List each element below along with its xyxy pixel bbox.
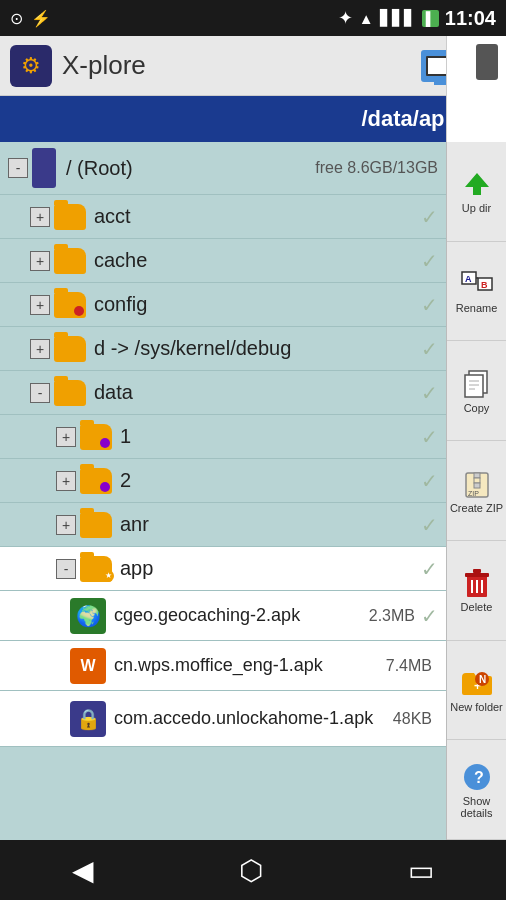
file-name: anr: [120, 513, 421, 536]
expand-btn[interactable]: +: [56, 471, 76, 491]
expand-btn[interactable]: +: [30, 295, 50, 315]
file-name: d -> /sys/kernel/debug: [94, 337, 421, 360]
root-folder-item[interactable]: - / (Root) free 8.6GB/13GB: [0, 142, 446, 195]
file-size: 2.3MB: [369, 607, 415, 625]
bottom-nav: ◀ ⬡ ▭: [0, 840, 506, 900]
dot-purple: [100, 482, 110, 492]
list-item[interactable]: - data ✓: [0, 371, 446, 415]
app-icon: ⚙: [10, 45, 52, 87]
svg-rect-12: [474, 473, 480, 478]
folder-icon: ★: [80, 556, 112, 582]
copy-icon: [459, 368, 495, 400]
list-item[interactable]: + acct ✓: [0, 195, 446, 239]
checkmark-icon: ✓: [421, 469, 438, 493]
rename-icon: A B: [459, 268, 495, 300]
title-bar: ⚙ X-plore ⋮: [0, 36, 506, 96]
svg-marker-0: [465, 173, 489, 195]
create-zip-icon: ZIP: [459, 468, 495, 500]
apk-icon-wps: W: [70, 648, 106, 684]
folder-icon: [54, 336, 86, 362]
svg-rect-18: [473, 569, 481, 573]
time-display: 11:04: [445, 7, 496, 30]
checkmark-icon: ✓: [421, 557, 438, 581]
file-name: 1: [120, 425, 421, 448]
file-name: acct: [94, 205, 421, 228]
path-bar: /data/app: [0, 96, 506, 142]
bluetooth-icon: ✦: [338, 7, 353, 29]
checkmark-icon: ✓: [421, 513, 438, 537]
apk-icon-lock: 🔒: [70, 701, 106, 737]
checkmark-icon: ✓: [421, 425, 438, 449]
show-details-button[interactable]: ? Show details: [447, 740, 506, 840]
checkmark-icon: ✓: [421, 249, 438, 273]
recent-apps-button[interactable]: ▭: [408, 854, 434, 887]
root-expand-btn[interactable]: -: [8, 158, 28, 178]
list-item[interactable]: W cn.wps.moffice_eng-1.apk 7.4MB: [0, 641, 446, 691]
delete-label: Delete: [461, 601, 493, 613]
up-dir-button[interactable]: Up dir: [447, 142, 506, 242]
svg-rect-17: [465, 573, 489, 577]
checkmark-icon: ✓: [421, 604, 438, 628]
android-icon: ⊙: [10, 9, 23, 28]
expand-btn[interactable]: +: [56, 515, 76, 535]
star-dot: ★: [102, 570, 114, 582]
file-name: app: [120, 557, 421, 580]
checkmark-icon: ✓: [421, 205, 438, 229]
new-folder-button[interactable]: + N New folder: [447, 641, 506, 741]
file-column: - / (Root) free 8.6GB/13GB + acct ✓ + ca…: [0, 142, 446, 840]
back-button[interactable]: ◀: [72, 854, 94, 887]
create-zip-button[interactable]: ZIP Create ZIP: [447, 441, 506, 541]
status-bar: ⊙ ⚡ ✦ ▲ ▋▋▋ ▌ 11:04: [0, 0, 506, 36]
gear-icon: ⚙: [21, 53, 41, 79]
copy-label: Copy: [464, 402, 490, 414]
app-folder-item[interactable]: - ★ app ✓: [0, 547, 446, 591]
expand-btn[interactable]: +: [30, 339, 50, 359]
delete-button[interactable]: Delete: [447, 541, 506, 641]
status-right-icons: ✦ ▲ ▋▋▋ ▌ 11:04: [338, 7, 496, 30]
expand-btn[interactable]: +: [30, 251, 50, 271]
checkmark-icon: ✓: [421, 381, 438, 405]
list-item[interactable]: + d -> /sys/kernel/debug ✓: [0, 327, 446, 371]
new-folder-icon: + N: [459, 667, 495, 699]
list-item[interactable]: + config ✓: [0, 283, 446, 327]
expand-btn[interactable]: -: [30, 383, 50, 403]
main-area: - / (Root) free 8.6GB/13GB + acct ✓ + ca…: [0, 142, 506, 840]
list-item[interactable]: + 2 ✓: [0, 459, 446, 503]
home-button[interactable]: ⬡: [239, 854, 263, 887]
svg-text:A: A: [465, 274, 472, 284]
list-item[interactable]: + cache ✓: [0, 239, 446, 283]
root-phone-icon: [32, 148, 56, 188]
show-details-icon: ?: [459, 761, 495, 793]
expand-btn[interactable]: +: [56, 427, 76, 447]
status-left-icons: ⊙ ⚡: [10, 9, 51, 28]
file-size: 48KB: [393, 710, 432, 728]
list-item[interactable]: 🌍 cgeo.geocaching-2.apk 2.3MB ✓: [0, 591, 446, 641]
apk-file-name: cgeo.geocaching-2.apk: [114, 605, 369, 626]
svg-rect-14: [474, 483, 480, 488]
expand-btn[interactable]: -: [56, 559, 76, 579]
file-name: cache: [94, 249, 421, 272]
copy-button[interactable]: Copy: [447, 341, 506, 441]
folder-icon: [54, 248, 86, 274]
up-dir-icon: [459, 168, 495, 200]
show-details-label: Show details: [449, 795, 504, 819]
apk-file-name: cn.wps.moffice_eng-1.apk: [114, 655, 386, 676]
checkmark-icon: ✓: [421, 337, 438, 361]
signal-icon: ▋▋▋: [380, 9, 416, 27]
svg-rect-13: [474, 478, 480, 483]
list-item[interactable]: + 1 ✓: [0, 415, 446, 459]
svg-rect-7: [465, 375, 483, 397]
free-space-label: free 8.6GB/13GB: [315, 159, 438, 177]
folder-icon: [54, 292, 86, 318]
folder-icon: [80, 424, 112, 450]
expand-btn[interactable]: +: [30, 207, 50, 227]
rename-button[interactable]: A B Rename: [447, 242, 506, 342]
list-item[interactable]: + anr ✓: [0, 503, 446, 547]
file-name: data: [94, 381, 421, 404]
usb-icon: ⚡: [31, 9, 51, 28]
list-item[interactable]: 🔒 com.accedo.unlockahome-1.apk 48KB: [0, 691, 446, 747]
svg-text:ZIP: ZIP: [468, 490, 479, 497]
new-folder-label: New folder: [450, 701, 503, 713]
file-name: 2: [120, 469, 421, 492]
file-size: 7.4MB: [386, 657, 432, 675]
